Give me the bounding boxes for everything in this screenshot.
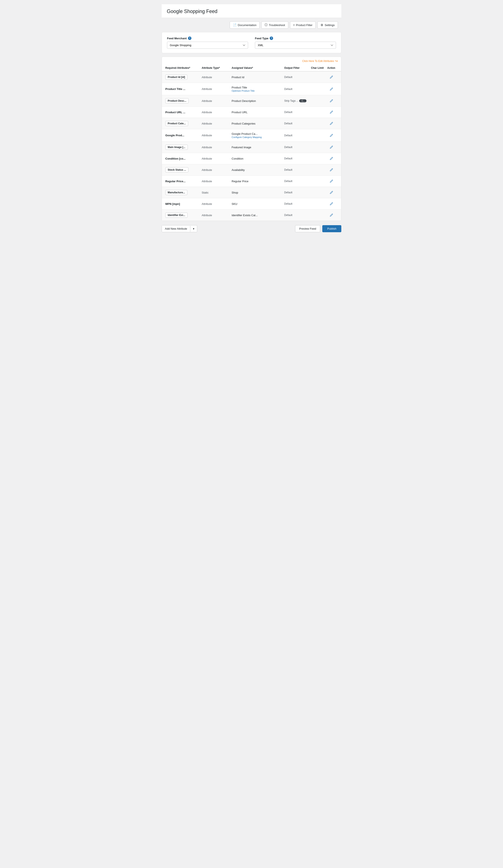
table-row: Google Prod...AttributeGoogle Product Ca… — [162, 129, 341, 142]
attr-name-plain: MPN [mpn] — [165, 202, 180, 206]
feed-settings-card: Feed Merchant ? Google Shopping Feed Typ… — [162, 32, 341, 53]
attr-assigned-cell: Identifier Exists Cal... — [232, 214, 284, 217]
attr-assigned-cell: Shop — [232, 191, 284, 194]
attr-output-cell: Default — [284, 111, 310, 114]
edit-attribute-button[interactable] — [329, 74, 334, 80]
add-attribute-main-button[interactable]: Add New Attribute — [162, 225, 190, 232]
table-row: Manufacture...StaticShopDefault — [162, 187, 341, 198]
attr-name-cell: Stock Status ... — [165, 167, 202, 173]
attr-name-cell: Product URL ... — [165, 111, 202, 114]
feed-type-label: Feed Type — [255, 37, 269, 40]
attr-name-cell: Google Prod... — [165, 134, 202, 137]
col-required-header: Required Attributes* — [165, 66, 202, 70]
attr-type-cell: Attribute — [202, 180, 232, 183]
attr-name-plain: Google Prod... — [165, 134, 184, 137]
attr-type-cell: Attribute — [202, 214, 232, 217]
col-assigned-header: Assigned Values* — [232, 66, 284, 70]
attr-name-plain: Product URL ... — [165, 111, 185, 114]
table-body: Product Id [id]AttributeProduct IdDefaul… — [162, 72, 341, 221]
attr-output-cell: Default — [284, 76, 310, 79]
attr-name-cell: Manufacture... — [165, 190, 202, 195]
attr-badge: Identifier Exi... — [165, 213, 188, 218]
feed-type-select[interactable]: XML — [255, 42, 336, 49]
attributes-card: Click Here To Edit Attributes ↪ Required… — [162, 56, 341, 221]
attr-output-cell: Default — [284, 134, 310, 137]
attr-name-cell: Identifier Exi... — [165, 213, 202, 218]
documentation-icon: 📄 — [233, 23, 237, 27]
settings-icon: ⚙ — [321, 23, 323, 27]
troubleshoot-button[interactable]: ⓘ Troubleshoot — [261, 21, 288, 29]
attr-output-cell: Default — [284, 146, 310, 149]
edit-attribute-button[interactable] — [329, 110, 334, 115]
col-char-header: Char Limit — [310, 66, 325, 70]
edit-attribute-button[interactable] — [329, 213, 334, 218]
attr-assigned-cell: Availability — [232, 168, 284, 172]
attr-assigned-cell: Product Categories — [232, 122, 284, 125]
attr-output-cell: Default — [284, 214, 310, 217]
feed-merchant-select[interactable]: Google Shopping — [167, 42, 248, 49]
edit-attribute-button[interactable] — [329, 190, 334, 195]
filter-icon: ▿ — [293, 23, 295, 27]
edit-attribute-button[interactable] — [329, 179, 334, 184]
attr-name-cell: Product Cate... — [165, 121, 202, 126]
attr-badge: Manufacture... — [165, 190, 187, 195]
attr-assigned-cell: Google Product Ca...Configure Category M… — [232, 132, 284, 138]
attr-assigned-cell: Product TitleOptimize Product Title — [232, 86, 284, 92]
attr-output-cell: Default — [284, 168, 310, 171]
documentation-button[interactable]: 📄 Documentation — [230, 21, 260, 29]
table-row: Condition [co...AttributeConditionDefaul… — [162, 153, 341, 164]
edit-attribute-button[interactable] — [329, 121, 334, 126]
attr-output-cell: Strip Tags ...+1... — [284, 99, 310, 102]
toolbar: 📄 Documentation ⓘ Troubleshoot ▿ Product… — [162, 21, 341, 32]
settings-button[interactable]: ⚙ Settings — [318, 21, 338, 29]
add-attribute-button[interactable]: Add New Attribute ▼ — [162, 225, 197, 232]
publish-button[interactable]: Publish — [322, 225, 341, 232]
attr-output-cell: Default — [284, 122, 310, 125]
add-attribute-dropdown-button[interactable]: ▼ — [190, 226, 197, 232]
table-row: Product Title ...AttributeProduct TitleO… — [162, 83, 341, 95]
attr-badge: Product Cate... — [165, 121, 188, 126]
attr-type-cell: Attribute — [202, 202, 232, 206]
attr-output-cell: Default — [284, 191, 310, 194]
attr-name-cell: Product Title ... — [165, 87, 202, 91]
edit-attribute-button[interactable] — [329, 201, 334, 206]
merchant-help-icon[interactable]: ? — [188, 37, 191, 40]
attr-name-cell: Regular Price... — [165, 180, 202, 183]
attr-name-cell: MPN [mpn] — [165, 202, 202, 206]
table-row: Product Cate...AttributeProduct Categori… — [162, 118, 341, 129]
attr-assigned-link[interactable]: Optimize Product Title — [232, 90, 284, 92]
product-filter-button[interactable]: ▿ Product Filter — [290, 21, 316, 29]
footer-bar: Add New Attribute ▼ Preview Feed Publish — [162, 222, 341, 232]
edit-attribute-button[interactable] — [329, 145, 334, 150]
edit-hint: Click Here To Edit Attributes ↪ — [162, 57, 341, 65]
feed-merchant-label: Feed Merchant — [167, 37, 187, 40]
col-output-header: Output Filter — [284, 66, 310, 70]
edit-attribute-button[interactable] — [329, 156, 334, 161]
attr-assigned-link[interactable]: Configure Category Mapping — [232, 136, 284, 138]
edit-attribute-button[interactable] — [329, 167, 334, 173]
preview-feed-button[interactable]: Preview Feed — [295, 225, 320, 232]
attr-output-cell: Default — [284, 180, 310, 183]
attr-name-plain: Regular Price... — [165, 180, 185, 183]
edit-attribute-button[interactable] — [329, 98, 334, 103]
edit-attribute-button[interactable] — [329, 133, 334, 138]
attr-assigned-cell: Product Description — [232, 99, 284, 103]
attr-name-plain: Product Title ... — [165, 87, 185, 91]
type-help-icon[interactable]: ? — [270, 37, 273, 40]
attr-type-cell: Attribute — [202, 111, 232, 114]
table-row: Identifier Exi...AttributeIdentifier Exi… — [162, 209, 341, 221]
edit-attribute-button[interactable] — [329, 86, 334, 92]
table-row: Product URL ...AttributeProduct URLDefau… — [162, 106, 341, 118]
attr-type-cell: Attribute — [202, 157, 232, 160]
attr-badge: Main Image [... — [165, 145, 188, 150]
attr-name-cell: Product Desc... — [165, 98, 202, 103]
attr-output-cell: Default — [284, 157, 310, 160]
table-row: Product Desc...AttributeProduct Descript… — [162, 95, 341, 106]
attr-type-cell: Attribute — [202, 76, 232, 79]
arrow-icon: ↪ — [335, 59, 338, 63]
feed-merchant-field: Feed Merchant ? Google Shopping — [167, 37, 248, 49]
footer-right: Preview Feed Publish — [295, 225, 341, 232]
attr-assigned-cell: Product Id — [232, 76, 284, 79]
attr-type-cell: Attribute — [202, 87, 232, 91]
table-header: Required Attributes* Attribute Type* Ass… — [162, 65, 341, 72]
